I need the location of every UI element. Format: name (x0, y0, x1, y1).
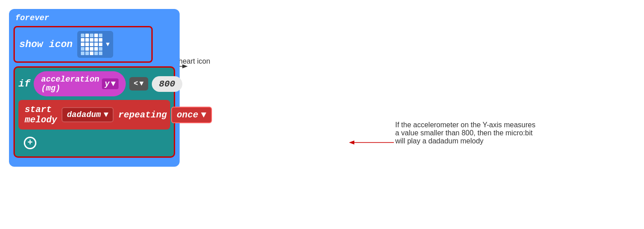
if-label: if (18, 78, 30, 90)
dot (94, 38, 98, 42)
dot (81, 34, 84, 37)
dot (99, 52, 102, 55)
annotation-melody: If the accelerometer on the Y-axis measu… (395, 121, 535, 145)
icon-dropdown-arrow: ▼ (106, 41, 110, 48)
dot (99, 47, 102, 51)
annotation-melody-line3: will play a dadadum melody (395, 137, 535, 145)
y-arrow: ▼ (111, 79, 116, 88)
dot (85, 38, 89, 42)
dot (85, 43, 89, 46)
operator-pill[interactable]: < ▼ (129, 77, 148, 91)
dot (81, 52, 84, 55)
value-label: 800 (159, 79, 175, 89)
forever-label: forever (13, 13, 175, 22)
dot (85, 52, 89, 55)
melody-block: start melody dadadum ▼ repeating once ▼ (18, 100, 170, 130)
operator-arrow: ▼ (139, 80, 144, 88)
add-block-button[interactable]: + (24, 137, 36, 149)
once-value: once (176, 110, 198, 120)
once-arrow: ▼ (201, 110, 207, 120)
dot (94, 34, 98, 37)
dot (94, 52, 98, 55)
dot (81, 38, 84, 42)
annotation-melody-line1: If the accelerometer on the Y-axis measu… (395, 121, 535, 129)
dot (99, 34, 102, 37)
dot (94, 43, 98, 46)
once-dropdown[interactable]: once ▼ (171, 107, 212, 123)
y-label: y (105, 79, 110, 88)
dot (99, 38, 102, 42)
dot (81, 43, 84, 46)
if-block: if acceleration (mg) y ▼ < ▼ 800 (13, 66, 175, 158)
then-label: then (186, 78, 210, 90)
dot (90, 34, 93, 37)
dot (90, 43, 93, 46)
dot (90, 52, 93, 55)
dot (94, 47, 98, 51)
acceleration-label: acceleration (mg) (41, 75, 99, 93)
start-melody-label: start melody (25, 104, 57, 125)
dot (85, 34, 89, 37)
y-dropdown[interactable]: y ▼ (102, 78, 119, 89)
forever-block: forever show icon (9, 9, 180, 167)
plus-icon: + (27, 138, 33, 147)
dot (85, 47, 89, 51)
repeating-label: repeating (118, 110, 167, 120)
dot (99, 43, 102, 46)
operator-label: < (134, 80, 138, 88)
show-icon-block[interactable]: show icon (13, 26, 153, 63)
annotation-melody-line2: a value smaller than 800, then the micro… (395, 129, 535, 137)
melody-arrow: ▼ (104, 110, 109, 119)
bottom-bar: + (18, 133, 170, 153)
value-pill[interactable]: 800 (152, 76, 182, 92)
melody-dropdown[interactable]: dadadum ▼ (62, 107, 114, 122)
main-blocks-container: forever show icon (9, 9, 180, 167)
acceleration-pill[interactable]: acceleration (mg) y ▼ (34, 71, 125, 96)
if-row: if acceleration (mg) y ▼ < ▼ 800 (18, 71, 170, 96)
dot (81, 47, 84, 51)
icon-grid-button[interactable]: ▼ (77, 31, 113, 58)
dot (90, 47, 93, 51)
icon-grid (81, 34, 102, 55)
dot (90, 38, 93, 42)
show-icon-label: show icon (19, 39, 73, 50)
melody-value: dadadum (67, 110, 101, 119)
